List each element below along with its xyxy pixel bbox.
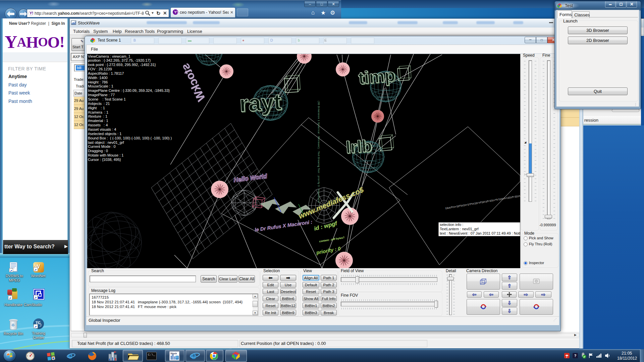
svg-text:TextLantern : nev01_grf: TextLantern : nev01_grf (440, 227, 479, 231)
svg-text:selection info :: selection info : (440, 223, 463, 227)
svg-text:e: e (68, 351, 72, 361)
svg-text:lrlb: lrlb (345, 136, 373, 157)
svg-text:e: e (191, 350, 197, 361)
svg-text:rayt: rayt (239, 89, 282, 116)
svg-text:timp: timp (358, 65, 396, 88)
svg-text:(3D Dimension 1 Spherical : Re: (3D Dimension 1 Spherical : Reviewer) : … (317, 101, 320, 203)
svg-text:text : NewsEvent : 07 Jan 2011: text : NewsEvent : 07 Jan 2011 07:11:49.… (440, 231, 520, 235)
